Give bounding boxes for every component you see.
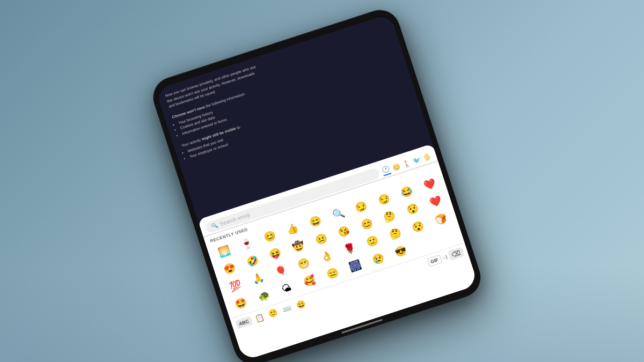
people-tab-icon[interactable]: 🚶 <box>401 159 412 168</box>
keyboard-icon[interactable]: ⌨️ <box>280 301 295 315</box>
clipboard-icon[interactable]: 📋 <box>252 311 267 324</box>
emoticon-button[interactable]: :-) <box>442 254 448 261</box>
nature-tab-icon[interactable]: 🐦 <box>412 156 422 165</box>
abc-button[interactable]: ABC <box>235 316 253 329</box>
face-tab-icon[interactable]: 😊 <box>391 162 401 172</box>
clock-tab[interactable]: 🕐 <box>381 164 392 176</box>
scene: Now you can browse privately, and other … <box>0 0 644 362</box>
delete-button[interactable]: ⌫ <box>448 247 464 260</box>
hand-tab-icon[interactable]: 🖐 <box>422 152 432 161</box>
emoji-face-icon[interactable]: 🙂 <box>266 306 281 320</box>
browser-text: Now you can browse privately, and other … <box>164 21 407 160</box>
sticker-icon[interactable]: 😄 <box>293 297 308 311</box>
gif-button[interactable]: GIF <box>427 255 442 267</box>
search-icon: 🔍 <box>210 222 218 230</box>
recent-tab-icon: 🕐 <box>381 164 391 174</box>
